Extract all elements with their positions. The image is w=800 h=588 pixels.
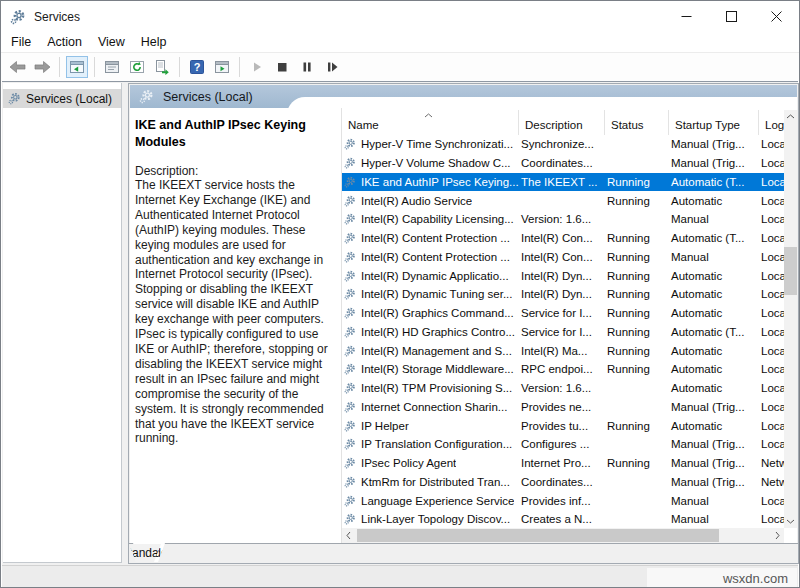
- service-log-on-as: Loca: [759, 420, 784, 432]
- service-name: IPsec Policy Agent: [361, 457, 456, 469]
- pause-service-button[interactable]: [296, 56, 318, 78]
- vertical-scrollbar[interactable]: [784, 110, 797, 528]
- table-row[interactable]: Intel(R) Dynamic Tuning ser... Intel(R) …: [342, 285, 784, 304]
- show-action-pane-icon: [214, 59, 230, 75]
- column-label: Status: [611, 119, 644, 131]
- column-header-name[interactable]: Name: [342, 110, 519, 135]
- table-row[interactable]: Language Experience Service Provides inf…: [342, 491, 784, 510]
- sort-ascending-icon: [424, 113, 433, 118]
- services-pane: Services (Local) IKE and AuthIP IPsec Ke…: [128, 83, 799, 564]
- table-row[interactable]: Intel(R) Management and S... Intel(R) Ma…: [342, 341, 784, 360]
- watermark: wsxdn.com: [647, 568, 797, 588]
- column-header-startup-type[interactable]: Startup Type: [669, 110, 759, 135]
- start-service-button[interactable]: [246, 56, 268, 78]
- scroll-left-icon[interactable]: [342, 528, 355, 543]
- service-log-on-as: Loca: [759, 157, 784, 169]
- menu-item[interactable]: Help: [133, 33, 175, 51]
- service-startup-type: Manual (Trig...: [669, 438, 759, 450]
- export-list-button[interactable]: [151, 56, 173, 78]
- table-row[interactable]: Intel(R) Content Protection ... Intel(R)…: [342, 248, 784, 267]
- scroll-down-icon[interactable]: [784, 515, 797, 528]
- close-button[interactable]: [754, 1, 799, 32]
- table-row[interactable]: Link-Layer Topology Discov... Creates a …: [342, 510, 784, 529]
- service-log-on-as: Loca: [759, 213, 784, 225]
- horizontal-scrollbar[interactable]: [342, 528, 784, 543]
- table-row[interactable]: IP Translation Configuration... Configur…: [342, 435, 784, 454]
- tree-item-services-local[interactable]: Services (Local): [3, 89, 121, 108]
- table-row[interactable]: Hyper-V Time Synchronizati... Synchroniz…: [342, 135, 784, 154]
- service-log-on-as: Loca: [759, 251, 784, 263]
- service-log-on-as: Loca: [759, 345, 784, 357]
- column-label: Name: [348, 119, 379, 131]
- table-row[interactable]: Intel(R) HD Graphics Contro... Service f…: [342, 323, 784, 342]
- table-row[interactable]: Intel(R) Capability Licensing... Version…: [342, 210, 784, 229]
- menu-item[interactable]: Action: [39, 33, 90, 51]
- refresh-button[interactable]: [126, 56, 148, 78]
- table-row[interactable]: Intel(R) Dynamic Applicatio... Intel(R) …: [342, 266, 784, 285]
- service-log-on-as: Loca: [759, 401, 784, 413]
- service-name: Intel(R) Content Protection ...: [361, 251, 510, 263]
- table-row[interactable]: IKE and AuthIP IPsec Keying... The IKEEX…: [342, 173, 784, 192]
- maximize-button[interactable]: [709, 1, 754, 32]
- services-app-icon: [10, 9, 26, 25]
- stop-service-button[interactable]: [271, 56, 293, 78]
- service-gear-icon: [344, 251, 356, 263]
- service-status: Running: [605, 288, 669, 300]
- title-bar[interactable]: Services: [1, 1, 799, 32]
- table-row[interactable]: Intel(R) Storage Middleware... RPC endpo…: [342, 360, 784, 379]
- horizontal-scrollbar-thumb[interactable]: [357, 529, 719, 542]
- table-row[interactable]: Intel(R) Content Protection ... Intel(R)…: [342, 229, 784, 248]
- services-window: Services File Action View Help: [0, 0, 800, 588]
- service-status: Running: [605, 270, 669, 282]
- column-header-description[interactable]: Description: [519, 110, 605, 135]
- toolbar-separator: [59, 57, 60, 77]
- service-status: Running: [605, 326, 669, 338]
- vertical-scrollbar-thumb[interactable]: [784, 247, 797, 295]
- service-description: Service for I...: [519, 307, 605, 319]
- properties-button[interactable]: [101, 56, 123, 78]
- table-row[interactable]: IP Helper Provides tu... Running Automat…: [342, 416, 784, 435]
- service-description: Service for I...: [519, 326, 605, 338]
- service-startup-type: Manual: [669, 213, 759, 225]
- service-log-on-as: Loca: [759, 138, 784, 150]
- column-label: Log: [765, 119, 784, 131]
- minimize-button[interactable]: [664, 1, 709, 32]
- service-gear-icon: [344, 138, 356, 150]
- service-gear-icon: [344, 495, 356, 507]
- service-startup-type: Automatic (T...: [669, 326, 759, 338]
- table-row[interactable]: Intel(R) Graphics Command... Service for…: [342, 304, 784, 323]
- table-row[interactable]: Hyper-V Volume Shadow C... Coordinates..…: [342, 154, 784, 173]
- column-header-status[interactable]: Status: [605, 110, 669, 135]
- service-description: Provides inf...: [519, 495, 605, 507]
- show-action-pane-button[interactable]: [211, 56, 233, 78]
- table-row[interactable]: Internet Connection Sharin... Provides n…: [342, 398, 784, 417]
- service-name: Link-Layer Topology Discov...: [361, 513, 510, 525]
- restart-service-button[interactable]: [321, 56, 343, 78]
- menu-bar: File Action View Help: [1, 32, 799, 52]
- forward-button[interactable]: [31, 56, 53, 78]
- service-startup-type: Automatic: [669, 363, 759, 375]
- scroll-up-icon[interactable]: [784, 110, 797, 123]
- column-header-log-on-as[interactable]: Log: [759, 110, 784, 135]
- menu-item[interactable]: View: [90, 33, 133, 51]
- service-name: Intel(R) HD Graphics Contro...: [361, 326, 515, 338]
- table-row[interactable]: Intel(R) TPM Provisioning S... Version: …: [342, 379, 784, 398]
- service-name: Intel(R) Capability Licensing...: [361, 213, 514, 225]
- service-status: Running: [605, 251, 669, 263]
- service-description: Coordinates...: [519, 157, 605, 169]
- table-row[interactable]: Intel(R) Audio Service Running Automatic…: [342, 191, 784, 210]
- help-button[interactable]: ?: [186, 56, 208, 78]
- table-row[interactable]: IPsec Policy Agent Internet Pro... Runni…: [342, 454, 784, 473]
- service-log-on-as: Loca: [759, 232, 784, 244]
- menu-item[interactable]: File: [3, 33, 39, 51]
- service-description: Creates a N...: [519, 513, 605, 525]
- service-name: IP Translation Configuration...: [361, 438, 512, 450]
- show-console-tree-button[interactable]: [66, 56, 88, 78]
- service-gear-icon: [344, 345, 356, 357]
- service-startup-type: Automatic: [669, 345, 759, 357]
- scroll-right-icon[interactable]: [771, 528, 784, 543]
- service-name: Hyper-V Volume Shadow C...: [361, 157, 511, 169]
- status-bar: wsxdn.com: [2, 565, 798, 588]
- back-button[interactable]: [6, 56, 28, 78]
- table-row[interactable]: KtmRm for Distributed Tran... Coordinate…: [342, 473, 784, 492]
